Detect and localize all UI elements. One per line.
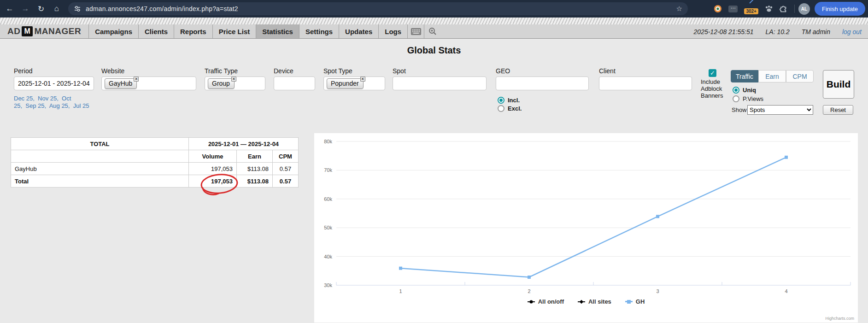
logo-manager-text: MANAGER — [34, 26, 81, 36]
incl-label: Incl. — [508, 97, 520, 104]
extensions-count-badge: 302+ — [744, 8, 758, 14]
colorful-extension-icon[interactable] — [714, 5, 722, 13]
spot-input[interactable] — [393, 76, 487, 90]
geo-label: GEO — [496, 67, 510, 75]
legend-item-all-onoff[interactable]: All on/off — [528, 298, 564, 305]
metric-tab-cpm[interactable]: CPM — [786, 70, 814, 82]
uniq-label: Uniq — [743, 87, 756, 94]
client-label: Client — [599, 67, 616, 75]
traffic-type-input[interactable]: Group✕ — [205, 76, 265, 90]
tab-campaigns[interactable]: Campaigns — [89, 24, 139, 38]
svg-text:50k: 50k — [324, 225, 332, 230]
row-cpm: 0.57 — [273, 163, 299, 175]
chip-close-icon[interactable]: ✕ — [134, 76, 139, 82]
ellipsis-extension-icon[interactable]: ⋯ — [728, 6, 738, 12]
nav-right-info: 2025-12-08 21:55:51 LA: 10.2 TM admin lo… — [694, 24, 862, 39]
uniq-radio[interactable] — [733, 87, 739, 94]
chart-legend: All on/off All sites GH — [314, 298, 858, 305]
client-input[interactable] — [599, 76, 692, 90]
zoom-search-icon[interactable] — [424, 24, 441, 38]
current-user: TM admin — [802, 28, 830, 35]
tab-logs[interactable]: Logs — [379, 24, 408, 38]
uniq-option[interactable]: Uniq — [733, 87, 756, 94]
spot-type-input[interactable]: Popunder✕ — [323, 76, 385, 90]
site-settings-icon[interactable] — [74, 5, 81, 12]
month-link[interactable]: Nov 25 — [38, 95, 62, 102]
toolbar-divider — [794, 5, 795, 13]
show-select[interactable]: Spots — [747, 105, 813, 115]
month-link[interactable]: Aug 25 — [49, 102, 73, 109]
tab-updates[interactable]: Updates — [339, 24, 379, 38]
home-icon[interactable]: ⌂ — [51, 3, 63, 15]
tab-reports[interactable]: Reports — [174, 24, 213, 38]
spot-type-chip[interactable]: Popunder✕ — [327, 78, 364, 89]
tab-settings[interactable]: Settings — [299, 24, 339, 38]
row-volume: 197,053 — [189, 163, 237, 175]
period-input[interactable] — [14, 76, 94, 90]
url-bar[interactable]: adman.annonces247.com/admin/index.php?a=… — [68, 2, 688, 15]
reload-icon[interactable]: ↻ — [35, 3, 47, 15]
legend-marker-diamond-icon — [578, 301, 585, 302]
svg-text:60k: 60k — [324, 196, 332, 202]
month-link[interactable]: Jul 25 — [73, 102, 89, 109]
profile-avatar[interactable]: AL — [798, 3, 810, 15]
logout-link[interactable]: log out — [842, 28, 862, 35]
reset-button[interactable]: Reset — [823, 105, 853, 115]
pviews-label: P.Views — [743, 95, 763, 102]
legend-marker-circle-icon — [528, 301, 535, 302]
logo-ad-text: AD — [7, 26, 20, 36]
metric-tab-traffic[interactable]: Traffic — [731, 70, 758, 82]
extensions-puzzle-icon[interactable] — [780, 5, 787, 13]
chip-close-icon[interactable]: ✕ — [360, 76, 365, 82]
table-row: GayHub 197,053 $113.08 0.57 — [11, 163, 299, 175]
total-earn: $113.08 — [237, 175, 273, 188]
legend-label: All on/off — [538, 298, 564, 305]
geo-input[interactable] — [496, 76, 589, 90]
keyboard-icon[interactable] — [408, 24, 424, 38]
pviews-option[interactable]: P.Views — [733, 95, 763, 102]
paw-extension-icon[interactable] — [765, 5, 773, 12]
geo-incl-option[interactable]: Incl. — [498, 97, 520, 104]
row-earn: $113.08 — [237, 163, 273, 175]
spot-type-chip-label: Popunder — [331, 80, 359, 87]
chip-close-icon[interactable]: ✕ — [231, 76, 236, 82]
finish-update-button[interactable]: Finish update — [815, 2, 865, 16]
tab-clients[interactable]: Clients — [139, 24, 174, 38]
svg-text:2: 2 — [528, 288, 530, 294]
tab-price-list[interactable]: Price List — [213, 24, 257, 38]
tab-statistics[interactable]: Statistics — [256, 24, 299, 38]
bookmark-star-icon[interactable]: ☆ — [676, 5, 682, 13]
legend-item-gh[interactable]: GH — [625, 298, 645, 305]
month-link[interactable]: Sep 25 — [25, 102, 49, 109]
forward-icon[interactable]: → — [19, 3, 31, 15]
total-name: Total — [11, 175, 189, 188]
metric-tab-earn[interactable]: Earn — [758, 70, 786, 82]
legend-item-all-sites[interactable]: All sites — [578, 298, 611, 305]
website-chip[interactable]: GayHub✕ — [105, 78, 137, 89]
col-volume: Volume — [189, 150, 237, 163]
highcharts-credit[interactable]: Highcharts.com — [825, 316, 854, 321]
adblock-checkbox[interactable]: ✓ — [709, 69, 716, 77]
page-title: Global Stats — [0, 45, 868, 56]
table-corner-header: TOTAL — [11, 138, 189, 150]
incl-radio[interactable] — [498, 97, 504, 104]
geo-excl-option[interactable]: Excl. — [498, 105, 522, 112]
adblock-label: Include Adblock Banners — [701, 78, 730, 99]
device-input[interactable] — [274, 76, 315, 90]
stats-table: TOTAL 2025-12-01 — 2025-12-04 Volume Ear… — [11, 137, 299, 188]
month-link[interactable]: Dec 25 — [14, 95, 38, 102]
back-icon[interactable]: ← — [4, 3, 16, 15]
svg-text:3: 3 — [656, 288, 659, 294]
excl-radio[interactable] — [498, 105, 504, 112]
pviews-radio[interactable] — [733, 95, 739, 102]
legend-label: All sites — [588, 298, 611, 305]
website-input[interactable]: GayHub✕ — [101, 76, 196, 90]
period-quick-links: Dec 25Nov 25Oct 25Sep 25Aug 25Jul 25 — [14, 95, 91, 110]
traffic-type-chip[interactable]: Group✕ — [208, 78, 235, 89]
badged-extension-icon[interactable]: 302+ — [744, 5, 758, 13]
build-button[interactable]: Build — [823, 70, 854, 99]
show-label: Show — [732, 106, 747, 113]
nav-tabs: Campaigns Clients Reports Price List Sta… — [88, 24, 441, 38]
app-navbar: AD M MANAGER Campaigns Clients Reports P… — [0, 24, 868, 39]
svg-text:70k: 70k — [324, 167, 332, 173]
